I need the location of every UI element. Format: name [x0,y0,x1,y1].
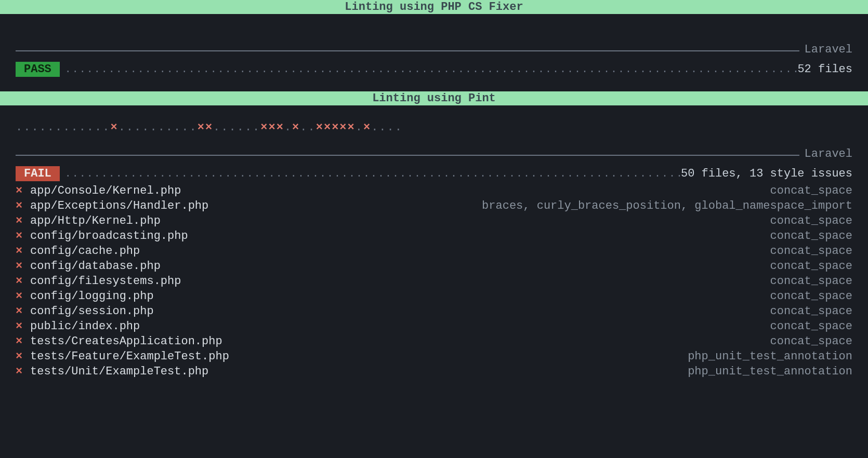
issue-file-path: tests/Feature/ExampleTest.php [30,350,229,363]
issue-file-path: tests/CreatesApplication.php [30,335,222,348]
progress-pass-icon: . [150,121,157,134]
issue-row: ×config/filesystems.phpconcat_space [16,274,852,289]
issue-file-path: public/index.php [30,320,140,333]
progress-fail-icon: × [339,121,347,134]
progress-pass-icon: . [55,121,63,134]
issue-fail-icon: × [16,320,30,333]
progress-pass-icon: . [23,121,31,134]
summary-fail: 50 files, 13 style issues [681,167,852,180]
progress-pass-icon: . [229,121,236,134]
issue-rules: concat_space [770,245,852,258]
issue-row: ×tests/CreatesApplication.phpconcat_spac… [16,334,852,349]
issue-row: ×app/Http/Kernel.phpconcat_space [16,213,852,228]
progress-fail-icon: × [260,121,268,134]
issue-rules: concat_space [770,305,852,318]
dots-filler-2: ........................................… [60,168,681,180]
progress-fail-icon: × [198,121,205,134]
preset-label-2: Laravel [799,147,852,160]
progress-pass-icon: . [16,121,23,134]
progress-pass-icon: . [379,121,387,134]
progress-pass-icon: . [134,121,142,134]
issue-fail-icon: × [16,199,30,212]
progress-pass-icon: . [166,121,174,134]
progress-pass-icon: . [47,121,55,134]
issue-row: ×config/database.phpconcat_space [16,259,852,274]
issue-file-path: config/database.php [30,260,161,273]
section-header-phpcsfixer: Linting using PHP CS Fixer [0,0,868,14]
issue-rules: concat_space [770,214,852,227]
issue-row: ×config/session.phpconcat_space [16,304,852,319]
issue-row: ×tests/Feature/ExampleTest.phpphp_unit_t… [16,349,852,364]
progress-pass-icon: . [126,121,134,134]
issue-rules: concat_space [770,335,852,348]
progress-fail-icon: × [363,121,371,134]
issue-rules: concat_space [770,290,852,303]
issue-row: ×config/cache.phpconcat_space [16,244,852,259]
issue-row: ×config/broadcasting.phpconcat_space [16,228,852,244]
preset-divider-1: Laravel [16,50,852,51]
progress-pass-icon: . [189,121,197,134]
progress-pass-icon: . [221,121,229,134]
progress-pass-icon: . [387,121,395,134]
progress-pass-icon: . [31,121,39,134]
issue-fail-icon: × [16,230,30,243]
progress-pass-icon: . [119,121,126,134]
progress-fail-icon: × [316,121,324,134]
progress-pass-icon: . [395,121,403,134]
dots-filler-1: ........................................… [60,63,798,75]
progress-pass-icon: . [308,121,316,134]
issue-rules: concat_space [770,184,852,197]
issue-fail-icon: × [16,365,30,378]
progress-pass-icon: . [181,121,189,134]
progress-pass-icon: . [300,121,308,134]
progress-pass-icon: . [40,121,47,134]
issue-file-path: tests/Unit/ExampleTest.php [30,365,208,378]
issue-fail-icon: × [16,214,30,227]
pint-progress: ............×..........××......×××.×..××… [0,105,868,155]
issue-rules: php_unit_test_annotation [688,350,852,363]
progress-pass-icon: . [158,121,166,134]
issue-file-path: app/Exceptions/Handler.php [30,199,208,212]
progress-fail-icon: × [324,121,332,134]
progress-pass-icon: . [102,121,110,134]
progress-pass-icon: . [63,121,71,134]
issue-row: ×tests/Unit/ExampleTest.phpphp_unit_test… [16,364,852,379]
issue-fail-icon: × [16,260,30,273]
issue-file-path: config/broadcasting.php [30,230,188,243]
progress-pass-icon: . [174,121,181,134]
issue-file-path: config/filesystems.php [30,275,181,288]
issue-fail-icon: × [16,245,30,258]
progress-fail-icon: × [332,121,339,134]
issue-file-path: config/cache.php [30,245,140,258]
progress-pass-icon: . [245,121,253,134]
issue-rules: braces, curly_braces_position, global_na… [482,199,852,212]
progress-pass-icon: . [95,121,102,134]
issue-rules: concat_space [770,320,852,333]
progress-pass-icon: . [284,121,292,134]
progress-pass-icon: . [237,121,245,134]
progress-pass-icon: . [253,121,260,134]
summary-pass: 52 files [797,63,852,76]
issue-rules: php_unit_test_annotation [688,365,852,378]
issue-row: ×config/logging.phpconcat_space [16,289,852,304]
preset-label-1: Laravel [799,43,852,56]
issue-file-path: config/logging.php [30,290,154,303]
issue-file-path: config/session.php [30,305,154,318]
fail-badge: FAIL [16,166,60,181]
issue-rules: concat_space [770,260,852,273]
progress-fail-icon: × [110,121,118,134]
progress-fail-icon: × [348,121,356,134]
issue-fail-icon: × [16,275,30,288]
issue-file-path: app/Http/Kernel.php [30,214,161,227]
progress-fail-icon: × [292,121,300,134]
issue-row: ×app/Exceptions/Handler.phpbraces, curly… [16,198,852,213]
progress-fail-icon: × [269,121,277,134]
progress-pass-icon: . [79,121,87,134]
issue-rules: concat_space [770,275,852,288]
progress-pass-icon: . [371,121,379,134]
issue-row: ×app/Console/Kernel.phpconcat_space [16,183,852,198]
issue-fail-icon: × [16,290,30,303]
status-row-pass: PASS ...................................… [16,62,852,77]
issue-rules: concat_space [770,230,852,243]
issue-fail-icon: × [16,184,30,197]
